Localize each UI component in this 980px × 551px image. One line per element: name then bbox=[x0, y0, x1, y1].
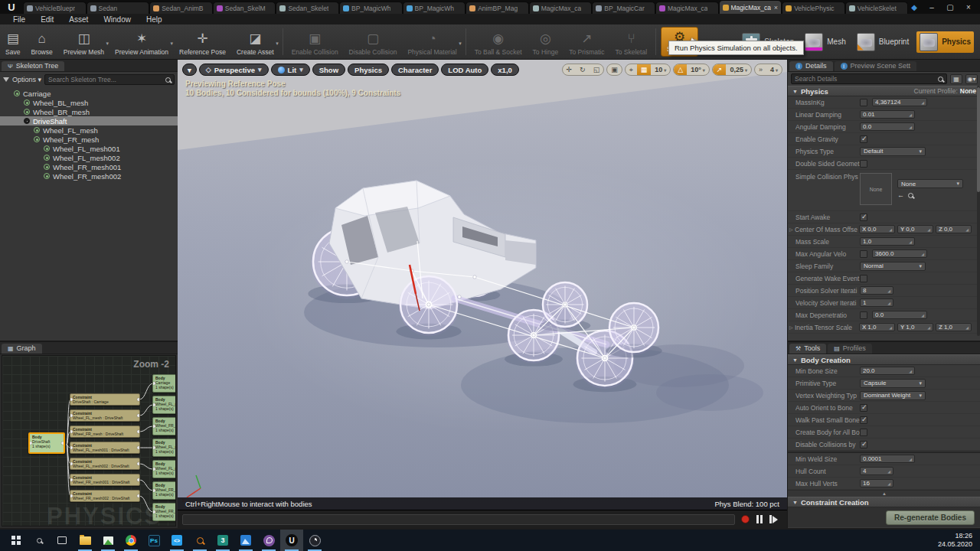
unreal-logo-icon[interactable]: U bbox=[0, 0, 23, 14]
taskbar-obs-icon[interactable] bbox=[303, 530, 326, 551]
number-field[interactable]: 0.0◢ bbox=[860, 122, 915, 131]
graph-body-node[interactable]: BodyWheel_FL_mesh0021 shape(s) bbox=[152, 460, 176, 478]
taskbar-viber-icon[interactable] bbox=[257, 530, 280, 551]
number-field[interactable]: X1,0◢ bbox=[859, 323, 895, 331]
taskbar-photoshop-icon[interactable]: Ps bbox=[142, 530, 165, 551]
number-field[interactable]: 0.01◢ bbox=[860, 110, 915, 119]
dropdown-field[interactable]: Dominant Weight bbox=[860, 391, 926, 400]
details-scrollbar[interactable] bbox=[977, 86, 980, 336]
mode-mesh-button[interactable]: Mesh bbox=[802, 31, 848, 53]
asset-thumbnail[interactable]: None bbox=[860, 173, 892, 205]
tree-item-wheel-fr-mesh[interactable]: Wheel_FR_mesh bbox=[0, 135, 178, 144]
grid-snap-icon[interactable]: ▦ bbox=[637, 64, 652, 76]
dropdown-caret-icon[interactable]: ▾ bbox=[459, 41, 462, 47]
number-field[interactable]: 8◢ bbox=[860, 286, 893, 295]
checkbox[interactable] bbox=[860, 311, 867, 319]
taskbar-chrome-icon[interactable] bbox=[119, 530, 142, 551]
graph-body-node[interactable]: BodyWheel_FL_mesh0011 shape(s) bbox=[152, 439, 176, 457]
viewport-pill-lod-auto[interactable]: LOD Auto bbox=[441, 64, 488, 76]
number-field[interactable]: 20.0◢ bbox=[860, 367, 915, 375]
graph-constraint-node[interactable]: ConstraintWheel_FL_mesh001 : DriveShaft bbox=[70, 442, 140, 454]
viewport-pill-show[interactable]: Show bbox=[312, 64, 345, 76]
checkbox[interactable] bbox=[860, 250, 867, 258]
camera-speed-icon[interactable]: » bbox=[755, 64, 766, 76]
rotate-tool-button[interactable]: ↻ bbox=[576, 64, 590, 76]
scale-tool-button[interactable]: ◱ bbox=[590, 64, 604, 76]
tab-close-icon[interactable]: × bbox=[774, 4, 778, 11]
group-collapse-strip[interactable]: ▲ bbox=[788, 490, 980, 497]
tree-item-wheel-fl-mesh[interactable]: Wheel_FL_mesh bbox=[0, 126, 178, 135]
graph-constraint-node[interactable]: ConstraintWheel_FL_mesh002 : DriveShaft bbox=[70, 458, 140, 470]
tree-item-wheel-fl-mesh001[interactable]: Wheel_FL_mesh001 bbox=[0, 144, 178, 153]
taskbar-search-icon[interactable] bbox=[28, 530, 51, 551]
menu-edit[interactable]: Edit bbox=[34, 15, 60, 24]
number-field[interactable]: X0,0◢ bbox=[859, 225, 895, 233]
taskbar-start-icon[interactable] bbox=[5, 530, 28, 551]
3d-viewport[interactable]: x ▾◇Perspective▾Lit▾ShowPhysicsCharacter… bbox=[178, 60, 787, 528]
dropdown-field[interactable]: Normal bbox=[860, 262, 926, 271]
menu-window[interactable]: Window bbox=[96, 15, 138, 24]
number-field[interactable]: 1,0◢ bbox=[860, 237, 915, 246]
taskbar-file-explorer-icon[interactable] bbox=[74, 530, 96, 551]
number-field[interactable]: Z1,0◢ bbox=[936, 323, 972, 331]
number-field[interactable]: 3600.0◢ bbox=[872, 249, 927, 258]
checkbox[interactable] bbox=[860, 416, 867, 424]
dropdown-field[interactable]: Capsule bbox=[860, 379, 926, 388]
create-asset-button[interactable]: ◪Create Asset▾ bbox=[231, 24, 279, 59]
number-field[interactable]: 0.0◢ bbox=[872, 311, 927, 319]
editor-tab-bp-magiccar[interactable]: BP_MagicCar bbox=[592, 2, 655, 14]
skeleton-tree-search-input[interactable]: Search Skeleton Tree... bbox=[44, 74, 175, 85]
number-field[interactable]: 4,367124◢ bbox=[872, 98, 927, 106]
editor-tab-sedan-skelet[interactable]: Sedan_Skelet bbox=[276, 2, 339, 14]
tab-graph[interactable]: ▦ Graph bbox=[2, 344, 42, 354]
tree-item-wheel-fl-mesh002[interactable]: Wheel_FL_mesh002 bbox=[0, 153, 178, 162]
tree-item-wheel-fr-mesh002[interactable]: Wheel_FR_mesh002 bbox=[0, 171, 178, 181]
mode-blueprint-button[interactable]: Blueprint bbox=[854, 31, 912, 53]
reference-pose-button[interactable]: ✛Reference Pose bbox=[174, 24, 231, 59]
checkbox[interactable] bbox=[860, 441, 867, 448]
preview-mesh-button[interactable]: ◫Preview Mesh▾ bbox=[58, 24, 109, 59]
taskbar-image-editor-icon[interactable] bbox=[96, 530, 119, 551]
graph-body-node-selected[interactable]: BodyDriveShaft1 shape(s) bbox=[28, 432, 65, 454]
timeline-track[interactable] bbox=[182, 514, 735, 525]
graph-body-node[interactable]: BodyWheel_FR_mesh0011 shape(s) bbox=[152, 481, 176, 500]
tab-preview-scene-settings[interactable]: i Preview Scene Sett bbox=[835, 61, 917, 71]
checkbox[interactable] bbox=[860, 160, 867, 168]
browse-asset-icon[interactable] bbox=[908, 193, 913, 198]
tab-details[interactable]: i Details bbox=[789, 61, 833, 71]
save-button[interactable]: ▤Save bbox=[0, 24, 25, 59]
move-tool-button[interactable]: ✛ bbox=[563, 64, 577, 76]
dropdown-caret-icon[interactable]: ▾ bbox=[276, 41, 279, 47]
editor-tab-sedan-animb[interactable]: Sedan_AnimB bbox=[149, 2, 213, 14]
tree-item-wheel-br-mesh[interactable]: Wheel_BR_mesh bbox=[0, 107, 178, 116]
editor-tab-vehiclebluepr[interactable]: VehicleBluepr bbox=[23, 2, 87, 14]
dropdown-caret-icon[interactable]: ▾ bbox=[106, 41, 109, 47]
browse-button[interactable]: ⌂Browse bbox=[25, 24, 57, 59]
viewport-options-dropdown[interactable]: ▾ bbox=[182, 64, 197, 76]
editor-tab-sedan[interactable]: Sedan bbox=[87, 2, 150, 14]
graph-constraint-node[interactable]: ConstraintWheel_FR_mesh : DriveShaft bbox=[70, 425, 140, 438]
viewport-pill-character[interactable]: Character bbox=[391, 64, 439, 76]
tab-skeleton-tree[interactable]: Ψ Skeleton Tree bbox=[2, 61, 64, 71]
dropdown-field[interactable]: None bbox=[897, 179, 963, 188]
number-field[interactable]: 1◢ bbox=[860, 298, 893, 307]
tree-item-wheel-bl-mesh[interactable]: Wheel_BL_mesh bbox=[0, 98, 178, 107]
close-button[interactable]: × bbox=[960, 2, 977, 12]
taskbar-task-view-icon[interactable] bbox=[51, 530, 74, 551]
taskbar-3ds-max-icon[interactable]: 3 bbox=[211, 530, 234, 551]
taskbar-photos-icon[interactable] bbox=[234, 530, 257, 551]
editor-tab-sedan-skelm[interactable]: Sedan_SkelM bbox=[213, 2, 276, 14]
checkbox[interactable] bbox=[860, 429, 867, 436]
checkbox[interactable] bbox=[860, 135, 867, 143]
camera-speed-value[interactable]: 4 bbox=[766, 66, 782, 73]
grid-snap-value[interactable]: 10 bbox=[651, 66, 670, 73]
details-search-input[interactable]: Search Details bbox=[791, 73, 947, 84]
record-button[interactable] bbox=[741, 515, 750, 523]
physics-section-header[interactable]: ▼ Physics Current Profile:None bbox=[788, 86, 980, 96]
maximize-button[interactable]: ▢ bbox=[942, 2, 959, 12]
view-options-icon[interactable]: ◉▾ bbox=[965, 74, 978, 84]
body-creation-section-header[interactable]: ▼ Body Creation bbox=[788, 354, 980, 365]
editor-tab-bp-magicwh[interactable]: BP_MagicWh bbox=[339, 2, 403, 14]
editor-tab-magicmax-ca[interactable]: MagicMax_ca bbox=[529, 2, 593, 14]
graph-body-node[interactable]: BodyCarriage1 shape(s) bbox=[152, 374, 176, 393]
